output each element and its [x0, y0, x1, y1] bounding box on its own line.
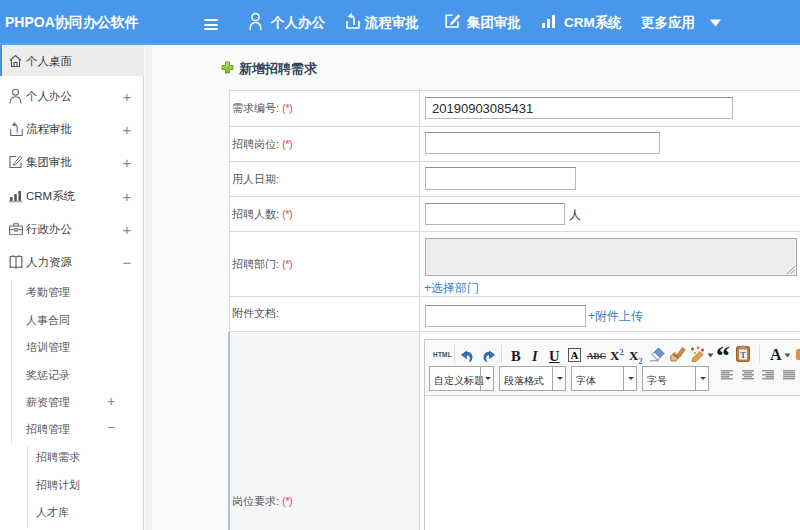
svg-text:T: T	[740, 350, 746, 360]
